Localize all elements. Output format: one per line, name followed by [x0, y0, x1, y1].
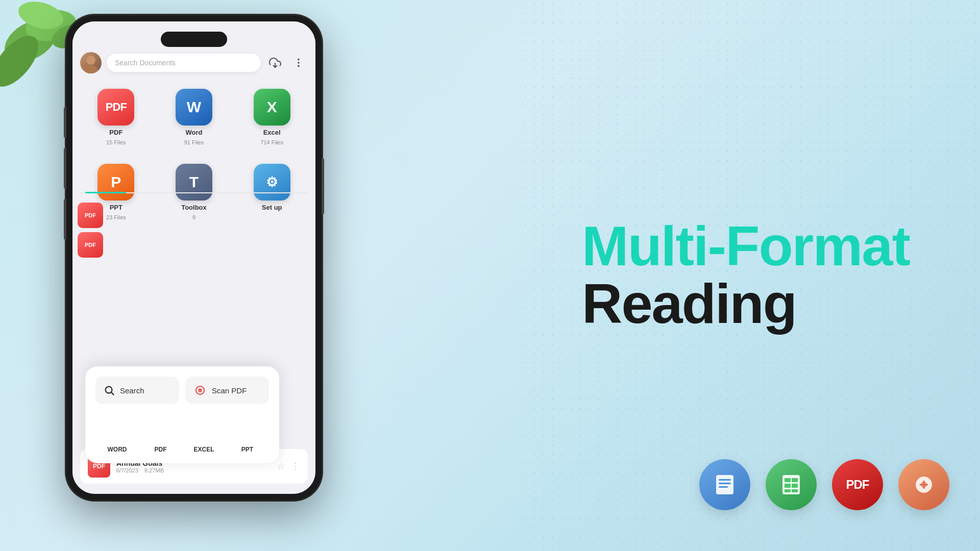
svg-rect-15: [716, 475, 733, 494]
file-type-word[interactable]: W Word 91 Files: [158, 83, 230, 152]
svg-rect-21: [792, 478, 798, 482]
bottom-app-icons-row: PDF: [699, 459, 949, 510]
pdf-icon: PDF: [97, 89, 134, 126]
popup-format-row: W WORD PDF PDF X EXCEL: [95, 414, 269, 453]
phone-button-mute: [64, 107, 66, 138]
phone-notch: [161, 32, 227, 47]
popup-format-pdf[interactable]: PDF PDF: [146, 414, 175, 453]
svg-rect-17: [719, 483, 731, 484]
svg-rect-25: [792, 489, 798, 492]
svg-point-14: [200, 390, 201, 391]
excel-count: 714 Files: [260, 139, 283, 145]
file-type-pdf[interactable]: PDF PDF 15 Files: [80, 83, 152, 152]
header-icons: [266, 54, 308, 72]
cloud-download-icon[interactable]: [266, 54, 284, 72]
title-line-2: Reading: [582, 274, 939, 333]
excel-label: Excel: [263, 129, 281, 136]
setup-icon: ⚙: [254, 164, 290, 201]
action-popup-card: Search Scan PDF: [85, 366, 279, 463]
toolbox-count: 9: [192, 214, 195, 220]
ppt-icon: P: [97, 164, 134, 201]
doc-more-icon[interactable]: ⋮: [291, 461, 300, 472]
popup-scan-button[interactable]: Scan PDF: [185, 377, 269, 404]
svg-rect-24: [785, 489, 791, 492]
search-bar[interactable]: Search Documents: [107, 54, 261, 72]
svg-rect-23: [792, 484, 798, 488]
scan-button-label: Scan PDF: [212, 386, 247, 395]
popup-pdf-icon: PDF: [146, 414, 175, 443]
toolbox-icon: T: [176, 164, 212, 201]
svg-point-5: [86, 56, 95, 65]
search-documents-placeholder: Search Documents: [115, 59, 176, 67]
recent-pdf-thumb-2: PDF: [78, 232, 103, 258]
doc-meta: 6/7/2023 8.27MB: [116, 467, 271, 473]
app-screen: Search Documents: [72, 21, 315, 494]
word-count: 91 Files: [184, 139, 204, 145]
popup-word-icon: W: [103, 414, 132, 443]
popup-ppt-label: PPT: [241, 446, 253, 453]
svg-rect-20: [785, 478, 791, 482]
svg-rect-22: [785, 484, 791, 488]
setup-label: Set up: [262, 204, 282, 211]
popup-format-ppt[interactable]: P PPT: [233, 414, 262, 453]
app-header: Search Documents: [80, 52, 308, 73]
popup-format-excel[interactable]: X EXCEL: [190, 414, 218, 453]
scan-icon: [193, 384, 207, 397]
phone-button-vol-up: [64, 148, 66, 189]
slides-app-icon[interactable]: [898, 459, 949, 510]
avatar[interactable]: [80, 52, 102, 73]
word-icon: W: [176, 89, 212, 126]
toolbox-label: Toolbox: [181, 204, 207, 211]
popup-word-label: WORD: [108, 446, 127, 453]
popup-top-actions: Search Scan PDF: [95, 377, 269, 404]
phone-button-vol-down: [64, 199, 66, 240]
popup-pdf-label: PDF: [155, 446, 167, 453]
pdf-count: 15 Files: [106, 139, 126, 145]
slides-icon-svg: [910, 471, 938, 498]
popup-format-word[interactable]: W WORD: [103, 414, 132, 453]
doc-size: 8.27MB: [144, 467, 164, 473]
popup-search-button[interactable]: Search: [95, 377, 179, 404]
pdf-reader-icon[interactable]: PDF: [832, 459, 883, 510]
ppt-label: PPT: [110, 204, 122, 211]
word-label: Word: [186, 129, 203, 136]
svg-point-9: [298, 65, 300, 67]
doc-date: 6/7/2023: [116, 467, 138, 473]
svg-line-11: [111, 392, 114, 395]
phone-screen: Search Documents: [72, 21, 315, 494]
google-docs-icon[interactable]: [699, 459, 750, 510]
phone-body: Search Documents: [66, 15, 322, 500]
svg-point-6: [84, 65, 98, 73]
bookmark-icon[interactable]: ☆: [277, 461, 285, 472]
popup-excel-label: EXCEL: [193, 446, 214, 453]
excel-icon: X: [254, 89, 290, 126]
popup-ppt-icon: P: [233, 414, 262, 443]
pdf-label: PDF: [109, 129, 122, 136]
svg-rect-18: [719, 486, 728, 488]
doc-actions: ☆ ⋮: [277, 461, 300, 472]
phone-mockup: Search Documents: [66, 15, 322, 505]
avatar-image: [80, 52, 102, 73]
sheets-icon-svg: [777, 471, 805, 498]
google-sheets-icon[interactable]: [766, 459, 817, 510]
section-divider: [80, 192, 308, 193]
more-options-icon[interactable]: [289, 54, 308, 72]
ppt-count: 23 Files: [106, 214, 126, 220]
popup-excel-icon: X: [190, 414, 218, 443]
svg-point-7: [298, 59, 300, 61]
svg-point-8: [298, 62, 300, 64]
file-type-excel[interactable]: X Excel 714 Files: [236, 83, 308, 152]
docs-icon-svg: [711, 471, 739, 498]
tab-indicator: [85, 192, 126, 193]
search-icon: [104, 385, 115, 396]
title-line-1: Multi-Format: [582, 218, 939, 274]
right-panel-content: Multi-Format Reading: [582, 218, 939, 333]
phone-button-power: [322, 158, 324, 214]
file-type-grid: PDF PDF 15 Files W Word 91 Files: [80, 83, 308, 227]
svg-point-10: [106, 387, 112, 393]
search-button-label: Search: [120, 386, 144, 395]
svg-rect-16: [719, 479, 731, 481]
pdf-app-label: PDF: [846, 478, 869, 492]
svg-point-27: [921, 482, 927, 488]
